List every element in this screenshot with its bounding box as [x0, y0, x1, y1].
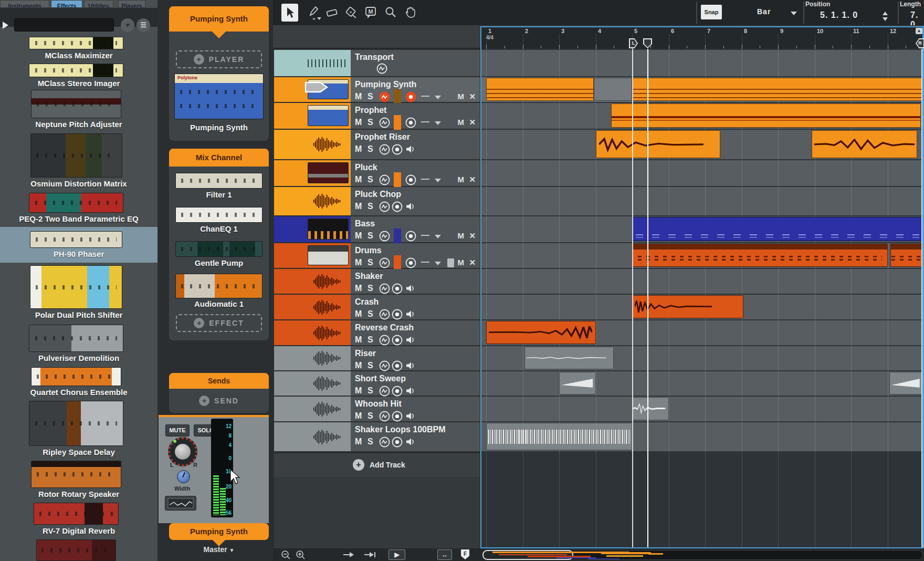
hand-tool[interactable]: [402, 4, 419, 22]
track-name[interactable]: Reverse Crash: [355, 323, 414, 333]
rack-device-thumbnail[interactable]: [175, 241, 262, 257]
clip[interactable]: [632, 244, 888, 267]
track-record-button[interactable]: [392, 437, 403, 448]
track-close-button[interactable]: ✕: [469, 258, 476, 267]
clip[interactable]: [524, 347, 614, 369]
track-monitor-button[interactable]: [405, 411, 416, 421]
track-color-strip[interactable]: [274, 77, 351, 102]
track-name[interactable]: Transport: [355, 53, 394, 62]
track-name[interactable]: Bass: [355, 219, 375, 228]
track-record-button[interactable]: [405, 174, 416, 185]
track-chevron-icon[interactable]: [435, 262, 441, 265]
track-name[interactable]: Prophet Riser: [355, 132, 410, 142]
rack-footer-tab[interactable]: Pumping Synth: [169, 523, 269, 540]
track-solo-button[interactable]: S: [368, 231, 373, 241]
track-mute-button[interactable]: M: [355, 118, 362, 127]
track-mute-button[interactable]: M: [355, 231, 362, 241]
track-record-button[interactable]: [392, 335, 403, 346]
browser-item-thumbnail[interactable]: [30, 265, 122, 309]
track-solo-button[interactable]: S: [368, 386, 373, 396]
track-row[interactable]: Shaker Loops 100BPMMS: [274, 422, 480, 451]
browser-item-thumbnail[interactable]: [31, 90, 121, 118]
track-close-button[interactable]: ✕: [469, 118, 476, 127]
clip[interactable]: [632, 78, 922, 101]
track-name[interactable]: Prophet: [355, 106, 386, 115]
track-row[interactable]: BassMS—M✕: [274, 216, 480, 242]
magnify-tool[interactable]: [382, 4, 399, 22]
track-color-strip[interactable]: [274, 243, 351, 268]
track-row[interactable]: Pluck ChopMS: [274, 187, 480, 215]
clip[interactable]: [812, 130, 917, 158]
browser-item-thumbnail[interactable]: [31, 461, 121, 488]
track-record-button[interactable]: [392, 386, 403, 397]
add-effect-button[interactable]: +EFFECT: [176, 314, 262, 332]
track-automation-button[interactable]: [379, 411, 390, 422]
track-solo-button[interactable]: S: [368, 202, 373, 211]
clip[interactable]: [889, 372, 922, 394]
track-row[interactable]: CrashMS: [274, 295, 480, 319]
browser-item-thumbnail[interactable]: [29, 325, 123, 352]
track-color-strip[interactable]: [274, 160, 351, 186]
track-automation-button[interactable]: [379, 335, 390, 346]
track-record-button[interactable]: [392, 309, 403, 320]
track-mute-button[interactable]: M: [355, 284, 362, 293]
track-solo-button[interactable]: S: [368, 335, 373, 345]
goto-left-locator-icon[interactable]: [342, 551, 356, 558]
track-row[interactable]: Transport: [274, 50, 480, 76]
arrangement-row[interactable]: [481, 50, 923, 76]
track-close-button[interactable]: ✕: [469, 92, 476, 101]
track-row[interactable]: Reverse CrashMS: [274, 320, 480, 345]
browser-item-thumbnail[interactable]: [36, 539, 116, 561]
browser-item-thumbnail[interactable]: [34, 503, 119, 525]
sends-header[interactable]: Sends: [169, 373, 269, 389]
track-name[interactable]: Crash: [355, 297, 379, 307]
browser-item-label[interactable]: Osmium Distortion Matrix: [0, 179, 158, 188]
browser-item-label[interactable]: MClass Maximizer: [0, 51, 158, 60]
track-name[interactable]: Whoosh Hit: [355, 399, 402, 409]
track-name[interactable]: Short Sweep: [355, 374, 406, 383]
track-monitor-button[interactable]: [405, 201, 416, 212]
track-color-strip[interactable]: [274, 50, 351, 76]
track-automation-button[interactable]: [379, 117, 390, 128]
master-output-selector[interactable]: Master ▼: [169, 545, 269, 554]
track-automation-button[interactable]: [379, 437, 390, 448]
browser-item-thumbnail[interactable]: [30, 231, 122, 248]
track-mute2-button[interactable]: M: [458, 92, 465, 101]
track-color-strip[interactable]: [274, 371, 351, 396]
track-color-strip[interactable]: [274, 346, 351, 370]
clip[interactable]: [632, 295, 743, 318]
track-mute-button[interactable]: M: [355, 309, 362, 319]
snap-button[interactable]: Snap: [701, 5, 722, 19]
track-solo-button[interactable]: S: [368, 361, 373, 370]
track-mute2-button[interactable]: M: [458, 175, 465, 184]
track-device-thumbnail[interactable]: [308, 245, 349, 265]
track-mute2-button[interactable]: M: [458, 231, 465, 240]
razor-tool[interactable]: [342, 4, 359, 22]
marker-tool[interactable]: M: [362, 4, 379, 22]
track-row[interactable]: Short SweepMS: [274, 371, 480, 396]
collapse-arrow-icon[interactable]: [3, 22, 8, 29]
pencil-tool[interactable]: [306, 4, 322, 22]
add-track-label[interactable]: Add Track: [370, 461, 405, 469]
eraser-tool[interactable]: [323, 4, 340, 22]
clip[interactable]: [596, 130, 720, 158]
track-row[interactable]: Prophet RiserMS: [274, 130, 480, 159]
pan-knob[interactable]: [175, 444, 191, 460]
track-name[interactable]: Shaker Loops 100BPM: [355, 425, 446, 434]
track-solo-button[interactable]: S: [368, 411, 373, 421]
clip[interactable]: [486, 423, 632, 450]
track-mute-button[interactable]: M: [355, 92, 362, 101]
track-mute-button[interactable]: M: [355, 361, 362, 370]
horizontal-zoom-fit-button[interactable]: ↔: [437, 549, 452, 560]
track-monitor-button[interactable]: [405, 437, 416, 447]
track-mute2-button[interactable]: M: [458, 118, 465, 127]
browser-item-thumbnail[interactable]: [30, 133, 122, 178]
track-record-button[interactable]: [392, 411, 403, 422]
track-record-button[interactable]: [405, 231, 416, 242]
track-color-strip[interactable]: [274, 103, 351, 129]
mute-button[interactable]: MUTE: [165, 424, 190, 437]
clip[interactable]: [559, 372, 596, 394]
track-name[interactable]: Riser: [355, 349, 376, 358]
favorites-heart-button[interactable]: ♥: [121, 18, 134, 32]
browser-item-label[interactable]: Neptune Pitch Adjuster: [0, 120, 158, 129]
